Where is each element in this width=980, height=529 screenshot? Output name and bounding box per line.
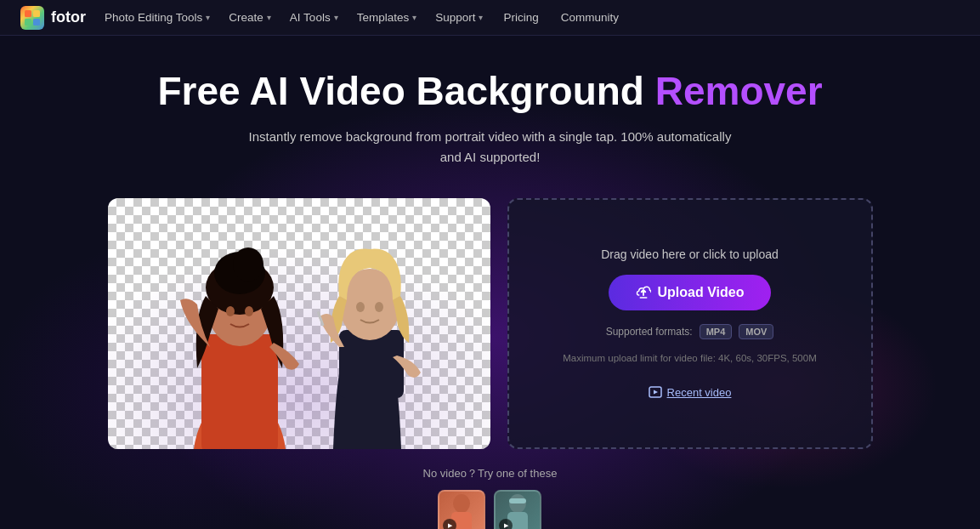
nav-item-pricing[interactable]: Pricing: [493, 0, 548, 36]
chevron-down-icon: ▾: [334, 13, 338, 22]
logo-text: fotor: [51, 9, 86, 26]
svg-rect-2: [25, 19, 31, 26]
svg-point-15: [356, 302, 365, 312]
samples-section: No video？Try one of these ▶: [423, 466, 558, 529]
main-content-area: Drag video here or click to upload Uploa…: [108, 198, 873, 449]
chevron-down-icon: ▾: [206, 13, 210, 22]
recent-video-icon: [649, 385, 662, 399]
sample-thumbnail-2[interactable]: ▶: [494, 490, 541, 529]
hero-title: Free AI Video Background Remover: [157, 70, 822, 113]
nav-item-templates[interactable]: Templates ▾: [348, 0, 426, 36]
nav-item-create[interactable]: Create ▾: [220, 0, 280, 36]
svg-rect-4: [108, 198, 490, 449]
chevron-down-icon: ▾: [412, 13, 416, 22]
upload-panel: Drag video here or click to upload Uploa…: [507, 198, 873, 449]
nav-item-ai-tools[interactable]: AI Tools ▾: [281, 0, 347, 36]
chevron-down-icon: ▾: [267, 13, 271, 22]
recent-video-label: Recent video: [667, 386, 732, 399]
svg-point-10: [233, 247, 263, 282]
limit-text: Maximum upload limit for video file: 4K,…: [563, 353, 817, 363]
svg-rect-13: [339, 330, 404, 398]
formats-label: Supported formats:: [606, 326, 693, 338]
drag-text: Drag video here or click to upload: [601, 247, 779, 261]
thumbnails-row: ▶ ▶: [438, 490, 541, 529]
recent-video-button[interactable]: Recent video: [649, 385, 732, 399]
people-illustration: [108, 198, 490, 449]
nav-menu: Photo Editing Tools ▾ Create ▾ AI Tools …: [96, 0, 960, 36]
formats-row: Supported formats: MP4 MOV: [606, 324, 774, 339]
navbar: fotor Photo Editing Tools ▾ Create ▾ AI …: [0, 0, 980, 36]
no-video-text: No video？Try one of these: [423, 466, 558, 481]
hero-section: Free AI Video Background Remover Instant…: [0, 36, 980, 529]
logo[interactable]: fotor: [20, 6, 86, 30]
nav-item-support[interactable]: Support ▾: [427, 0, 491, 36]
svg-rect-1: [33, 10, 40, 17]
format-mp4-badge: MP4: [700, 324, 733, 339]
fotor-logo-icon: [20, 6, 44, 30]
svg-point-16: [375, 302, 383, 312]
chevron-down-icon: ▾: [479, 13, 483, 22]
sample-thumbnail-1[interactable]: ▶: [438, 490, 485, 529]
upload-video-button[interactable]: Upload Video: [609, 275, 772, 310]
hero-subtitle: Instantly remove background from portrai…: [244, 127, 737, 168]
video-preview: [108, 198, 490, 449]
nav-item-community[interactable]: Community: [551, 0, 629, 36]
svg-rect-0: [25, 10, 31, 17]
svg-rect-6: [201, 334, 278, 449]
nav-item-photo-editing-tools[interactable]: Photo Editing Tools ▾: [96, 0, 218, 36]
format-mov-badge: MOV: [739, 324, 773, 339]
upload-button-label: Upload Video: [658, 285, 745, 300]
svg-rect-23: [509, 498, 526, 503]
svg-point-11: [226, 306, 235, 316]
hero-content: Free AI Video Background Remover Instant…: [0, 70, 980, 529]
svg-point-12: [245, 306, 253, 316]
svg-rect-3: [33, 19, 40, 26]
svg-point-19: [453, 494, 470, 513]
upload-icon: [636, 285, 651, 300]
